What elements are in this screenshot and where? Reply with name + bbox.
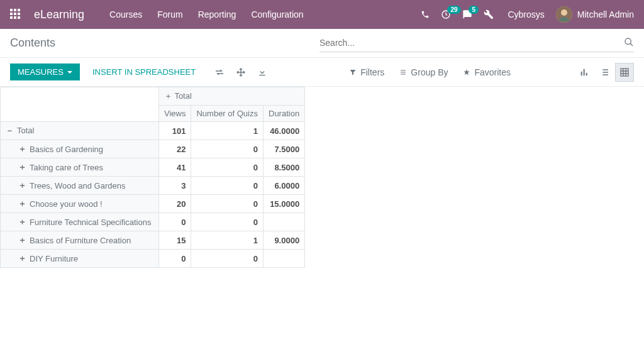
search-icon[interactable] xyxy=(624,37,634,49)
plus-icon[interactable]: ＋ xyxy=(18,253,26,264)
messages-badge: 5 xyxy=(469,6,479,14)
download-icon[interactable] xyxy=(257,67,267,77)
control-bar: Contents xyxy=(0,29,644,58)
avatar xyxy=(556,6,572,23)
top-nav: eLearning Courses Forum Reporting Config… xyxy=(0,0,644,29)
cell-views: 3 xyxy=(159,177,191,195)
col-quizs[interactable]: Number of Quizs xyxy=(191,106,264,122)
pivot-view-button[interactable] xyxy=(615,63,634,82)
cell-views: 0 xyxy=(159,250,191,268)
row-header[interactable]: ＋Basics of Furniture Creation xyxy=(1,231,159,250)
insert-spreadsheet-button[interactable]: INSERT IN SPREADSHEET xyxy=(85,63,203,80)
col-total-header[interactable]: ＋ Total xyxy=(159,87,305,106)
cell-quizs: 1 xyxy=(191,231,264,250)
apps-icon[interactable] xyxy=(10,9,21,20)
nav-forum[interactable]: Forum xyxy=(157,9,182,19)
minus-icon[interactable]: － xyxy=(6,125,13,136)
row-label: Furniture Technical Specifications xyxy=(30,218,151,227)
cell-quizs: 0 xyxy=(191,140,264,158)
cell-quizs: 0 xyxy=(191,213,264,231)
messages-icon[interactable]: 5 xyxy=(462,9,472,19)
nav-configuration[interactable]: Configuration xyxy=(251,9,303,19)
row-total-label: Total xyxy=(17,126,34,135)
cell-duration: 7.5000 xyxy=(264,140,305,158)
cell-total-quizs: 1 xyxy=(191,122,264,140)
plus-icon[interactable]: ＋ xyxy=(164,91,172,101)
filters-label: Filters xyxy=(360,67,384,77)
groupby-button[interactable]: Group By xyxy=(399,67,448,77)
measures-button[interactable]: MEASURES xyxy=(10,63,80,80)
user-menu[interactable]: Mitchell Admin xyxy=(556,6,634,23)
cell-quizs: 0 xyxy=(191,195,264,213)
cell-duration: 15.0000 xyxy=(264,195,305,213)
row-label: DIY Furniture xyxy=(30,254,78,263)
row-label: Basics of Gardening xyxy=(30,145,103,154)
view-switcher xyxy=(575,63,634,82)
company-switcher[interactable]: Cybrosys xyxy=(505,9,544,19)
favorites-label: Favorites xyxy=(474,67,511,77)
plus-icon[interactable]: ＋ xyxy=(18,198,26,209)
row-label: Basics of Furniture Creation xyxy=(30,236,131,245)
cell-quizs: 0 xyxy=(191,177,264,195)
plus-icon[interactable]: ＋ xyxy=(18,162,26,173)
toolbar: MEASURES INSERT IN SPREADSHEET Filters G… xyxy=(0,58,644,87)
nav-links: Courses Forum Reporting Configuration xyxy=(109,9,304,19)
nav-icons: 29 5 Cybrosys Mitchell Admin xyxy=(421,6,634,23)
row-header[interactable]: ＋Trees, Wood and Gardens xyxy=(1,177,159,195)
nav-courses[interactable]: Courses xyxy=(109,9,142,19)
graph-view-button[interactable] xyxy=(575,63,594,82)
page-title: Contents xyxy=(10,36,55,50)
row-label: Trees, Wood and Gardens xyxy=(30,181,125,190)
col-duration[interactable]: Duration xyxy=(264,106,305,122)
cell-quizs: 0 xyxy=(191,158,264,177)
favorites-button[interactable]: Favorites xyxy=(463,67,511,77)
cell-total-views: 101 xyxy=(159,122,191,140)
caret-down-icon xyxy=(67,71,72,74)
cell-views: 22 xyxy=(159,140,191,158)
app-title[interactable]: eLearning xyxy=(34,8,84,21)
cell-views: 0 xyxy=(159,213,191,231)
cell-quizs: 0 xyxy=(191,250,264,268)
pivot-table: ＋ Total Views Number of Quizs Duration －… xyxy=(0,87,305,268)
row-label: Taking care of Trees xyxy=(30,163,103,172)
cell-duration xyxy=(264,250,305,268)
cell-total-duration: 46.0000 xyxy=(264,122,305,140)
row-header[interactable]: ＋Choose your wood ! xyxy=(1,195,159,213)
svg-point-3 xyxy=(625,38,631,44)
user-name: Mitchell Admin xyxy=(577,9,634,19)
flip-axis-icon[interactable] xyxy=(214,67,225,77)
cell-views: 20 xyxy=(159,195,191,213)
nav-reporting[interactable]: Reporting xyxy=(198,9,236,19)
activities-badge: 29 xyxy=(447,6,460,14)
expand-all-icon[interactable] xyxy=(236,67,246,77)
filters-button[interactable]: Filters xyxy=(349,67,384,77)
groupby-label: Group By xyxy=(411,67,448,77)
list-view-button[interactable] xyxy=(595,63,614,82)
measures-label: MEASURES xyxy=(18,67,64,77)
plus-icon[interactable]: ＋ xyxy=(18,180,26,191)
cell-duration: 9.0000 xyxy=(264,231,305,250)
row-header[interactable]: ＋Basics of Gardening xyxy=(1,140,159,158)
plus-icon[interactable]: ＋ xyxy=(18,216,26,228)
search-container xyxy=(319,35,634,52)
row-label: Choose your wood ! xyxy=(30,199,103,209)
activities-icon[interactable]: 29 xyxy=(441,9,451,19)
search-input[interactable] xyxy=(319,38,624,48)
row-total-header[interactable]: －Total xyxy=(1,122,159,140)
col-views[interactable]: Views xyxy=(159,106,191,122)
row-header[interactable]: ＋Furniture Technical Specifications xyxy=(1,213,159,231)
svg-point-2 xyxy=(561,9,567,16)
col-total-label: Total xyxy=(174,91,191,101)
cell-views: 41 xyxy=(159,158,191,177)
pivot-corner xyxy=(1,87,159,122)
plus-icon[interactable]: ＋ xyxy=(18,234,26,246)
pivot-area: ＋ Total Views Number of Quizs Duration －… xyxy=(0,87,644,268)
row-header[interactable]: ＋DIY Furniture xyxy=(1,250,159,268)
cell-views: 15 xyxy=(159,231,191,250)
settings-icon[interactable] xyxy=(484,9,494,19)
phone-icon[interactable] xyxy=(421,10,430,19)
plus-icon[interactable]: ＋ xyxy=(18,143,26,155)
company-name: Cybrosys xyxy=(508,9,544,19)
row-header[interactable]: ＋Taking care of Trees xyxy=(1,158,159,177)
cell-duration: 8.5000 xyxy=(264,158,305,177)
